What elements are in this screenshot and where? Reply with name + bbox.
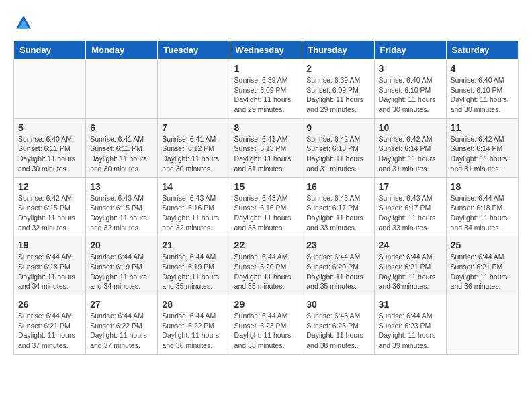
calendar-row: 5Sunrise: 6:40 AMSunset: 6:11 PMDaylight… xyxy=(14,118,519,177)
calendar-cell: 13Sunrise: 6:43 AMSunset: 6:15 PMDayligh… xyxy=(86,177,158,236)
day-info: Sunrise: 6:42 AMSunset: 6:15 PMDaylight:… xyxy=(18,193,81,233)
day-number: 7 xyxy=(162,122,225,133)
day-number: 11 xyxy=(451,122,514,133)
day-number: 15 xyxy=(234,181,298,192)
day-number: 31 xyxy=(379,299,442,310)
day-info: Sunrise: 6:43 AMSunset: 6:17 PMDaylight:… xyxy=(379,193,442,233)
day-number: 10 xyxy=(379,122,442,133)
day-info: Sunrise: 6:43 AMSunset: 6:16 PMDaylight:… xyxy=(234,193,298,233)
day-info: Sunrise: 6:43 AMSunset: 6:17 PMDaylight:… xyxy=(306,193,369,233)
day-number: 26 xyxy=(18,299,81,310)
day-info: Sunrise: 6:39 AMSunset: 6:09 PMDaylight:… xyxy=(234,75,298,115)
calendar-cell xyxy=(86,60,158,119)
day-info: Sunrise: 6:44 AMSunset: 6:19 PMDaylight:… xyxy=(162,252,225,291)
calendar-row: 1Sunrise: 6:39 AMSunset: 6:09 PMDaylight… xyxy=(14,60,519,119)
calendar-cell: 21Sunrise: 6:44 AMSunset: 6:19 PMDayligh… xyxy=(158,236,230,295)
calendar-cell: 29Sunrise: 6:44 AMSunset: 6:23 PMDayligh… xyxy=(230,295,302,355)
day-info: Sunrise: 6:44 AMSunset: 6:21 PMDaylight:… xyxy=(451,252,514,291)
day-number: 25 xyxy=(451,240,514,250)
calendar-cell: 31Sunrise: 6:44 AMSunset: 6:23 PMDayligh… xyxy=(374,295,446,355)
calendar-cell: 12Sunrise: 6:42 AMSunset: 6:15 PMDayligh… xyxy=(14,177,86,236)
page-header xyxy=(13,13,519,34)
calendar-cell: 11Sunrise: 6:42 AMSunset: 6:14 PMDayligh… xyxy=(446,118,518,177)
day-number: 16 xyxy=(306,181,369,192)
day-number: 20 xyxy=(90,240,153,250)
day-info: Sunrise: 6:44 AMSunset: 6:23 PMDaylight:… xyxy=(379,311,442,351)
day-number: 14 xyxy=(162,181,225,192)
day-number: 6 xyxy=(90,122,153,133)
day-number: 2 xyxy=(306,63,369,74)
day-number: 8 xyxy=(234,122,298,133)
day-of-week-header: Friday xyxy=(374,41,446,60)
day-number: 29 xyxy=(234,299,298,310)
day-info: Sunrise: 6:41 AMSunset: 6:12 PMDaylight:… xyxy=(162,134,225,174)
day-number: 24 xyxy=(379,240,442,250)
day-number: 22 xyxy=(234,240,298,250)
calendar-row: 26Sunrise: 6:44 AMSunset: 6:21 PMDayligh… xyxy=(14,295,519,355)
day-number: 18 xyxy=(451,181,514,192)
day-info: Sunrise: 6:42 AMSunset: 6:14 PMDaylight:… xyxy=(451,134,514,174)
day-of-week-header: Sunday xyxy=(14,41,86,60)
day-info: Sunrise: 6:44 AMSunset: 6:20 PMDaylight:… xyxy=(234,252,298,291)
day-number: 3 xyxy=(379,63,442,74)
day-info: Sunrise: 6:44 AMSunset: 6:19 PMDaylight:… xyxy=(90,252,153,291)
logo xyxy=(13,13,38,34)
calendar-cell: 4Sunrise: 6:40 AMSunset: 6:10 PMDaylight… xyxy=(446,60,518,119)
calendar-cell: 10Sunrise: 6:42 AMSunset: 6:14 PMDayligh… xyxy=(374,118,446,177)
day-number: 30 xyxy=(306,299,369,310)
day-of-week-header: Tuesday xyxy=(158,41,230,60)
calendar-cell: 19Sunrise: 6:44 AMSunset: 6:18 PMDayligh… xyxy=(14,236,86,295)
day-info: Sunrise: 6:43 AMSunset: 6:23 PMDaylight:… xyxy=(306,311,369,351)
day-info: Sunrise: 6:43 AMSunset: 6:15 PMDaylight:… xyxy=(90,193,153,233)
day-of-week-header: Wednesday xyxy=(230,41,302,60)
logo-icon xyxy=(13,13,34,34)
day-number: 13 xyxy=(90,181,153,192)
day-info: Sunrise: 6:44 AMSunset: 6:23 PMDaylight:… xyxy=(234,311,298,351)
calendar-cell: 27Sunrise: 6:44 AMSunset: 6:22 PMDayligh… xyxy=(86,295,158,355)
day-info: Sunrise: 6:40 AMSunset: 6:10 PMDaylight:… xyxy=(379,75,442,115)
calendar-cell: 20Sunrise: 6:44 AMSunset: 6:19 PMDayligh… xyxy=(86,236,158,295)
calendar-cell: 17Sunrise: 6:43 AMSunset: 6:17 PMDayligh… xyxy=(374,177,446,236)
calendar-cell: 5Sunrise: 6:40 AMSunset: 6:11 PMDaylight… xyxy=(14,118,86,177)
calendar-row: 19Sunrise: 6:44 AMSunset: 6:18 PMDayligh… xyxy=(14,236,519,295)
calendar-header-row: SundayMondayTuesdayWednesdayThursdayFrid… xyxy=(14,41,519,60)
calendar-cell: 1Sunrise: 6:39 AMSunset: 6:09 PMDaylight… xyxy=(230,60,302,119)
day-info: Sunrise: 6:44 AMSunset: 6:18 PMDaylight:… xyxy=(451,193,514,233)
day-info: Sunrise: 6:42 AMSunset: 6:13 PMDaylight:… xyxy=(306,134,369,174)
calendar-cell xyxy=(14,60,86,119)
calendar-cell: 18Sunrise: 6:44 AMSunset: 6:18 PMDayligh… xyxy=(446,177,518,236)
day-number: 21 xyxy=(162,240,225,250)
day-of-week-header: Saturday xyxy=(446,41,518,60)
day-number: 19 xyxy=(18,240,81,250)
day-info: Sunrise: 6:40 AMSunset: 6:10 PMDaylight:… xyxy=(451,75,514,115)
day-info: Sunrise: 6:44 AMSunset: 6:21 PMDaylight:… xyxy=(18,311,81,351)
day-number: 27 xyxy=(90,299,153,310)
calendar-cell: 24Sunrise: 6:44 AMSunset: 6:21 PMDayligh… xyxy=(374,236,446,295)
day-of-week-header: Thursday xyxy=(302,41,374,60)
day-info: Sunrise: 6:41 AMSunset: 6:11 PMDaylight:… xyxy=(90,134,153,174)
day-number: 28 xyxy=(162,299,225,310)
calendar-cell xyxy=(158,60,230,119)
calendar-cell: 26Sunrise: 6:44 AMSunset: 6:21 PMDayligh… xyxy=(14,295,86,355)
calendar-cell: 9Sunrise: 6:42 AMSunset: 6:13 PMDaylight… xyxy=(302,118,374,177)
day-info: Sunrise: 6:44 AMSunset: 6:22 PMDaylight:… xyxy=(90,311,153,351)
day-info: Sunrise: 6:44 AMSunset: 6:20 PMDaylight:… xyxy=(306,252,369,291)
calendar-cell: 6Sunrise: 6:41 AMSunset: 6:11 PMDaylight… xyxy=(86,118,158,177)
day-info: Sunrise: 6:39 AMSunset: 6:09 PMDaylight:… xyxy=(306,75,369,115)
day-number: 9 xyxy=(306,122,369,133)
day-info: Sunrise: 6:44 AMSunset: 6:21 PMDaylight:… xyxy=(379,252,442,291)
day-info: Sunrise: 6:44 AMSunset: 6:18 PMDaylight:… xyxy=(18,252,81,291)
day-number: 1 xyxy=(234,63,298,74)
day-info: Sunrise: 6:44 AMSunset: 6:22 PMDaylight:… xyxy=(162,311,225,351)
calendar-cell: 2Sunrise: 6:39 AMSunset: 6:09 PMDaylight… xyxy=(302,60,374,119)
day-number: 17 xyxy=(379,181,442,192)
calendar-row: 12Sunrise: 6:42 AMSunset: 6:15 PMDayligh… xyxy=(14,177,519,236)
calendar-cell: 25Sunrise: 6:44 AMSunset: 6:21 PMDayligh… xyxy=(446,236,518,295)
calendar-cell: 22Sunrise: 6:44 AMSunset: 6:20 PMDayligh… xyxy=(230,236,302,295)
calendar-cell: 8Sunrise: 6:41 AMSunset: 6:13 PMDaylight… xyxy=(230,118,302,177)
day-info: Sunrise: 6:43 AMSunset: 6:16 PMDaylight:… xyxy=(162,193,225,233)
calendar-table: SundayMondayTuesdayWednesdayThursdayFrid… xyxy=(13,40,519,355)
day-info: Sunrise: 6:40 AMSunset: 6:11 PMDaylight:… xyxy=(18,134,81,174)
day-of-week-header: Monday xyxy=(86,41,158,60)
calendar-cell: 15Sunrise: 6:43 AMSunset: 6:16 PMDayligh… xyxy=(230,177,302,236)
